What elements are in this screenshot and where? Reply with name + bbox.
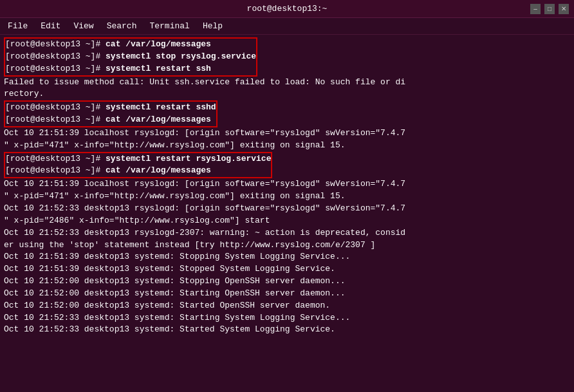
- terminal-line: [root@desktop13 ~]# systemctl stop rsysl…: [5, 51, 256, 63]
- output-line: Oct 10 21:51:39 localhost rsyslogd: [ori…: [4, 127, 570, 140]
- boxed-command-group: [root@desktop13 ~]# cat /var/log/message…: [4, 37, 257, 77]
- boxed-command-group: [root@desktop13 ~]# systemctl restart rs…: [4, 152, 272, 179]
- output-line: Oct 10 21:52:33 desktop13 rsyslogd-2307:…: [4, 227, 570, 239]
- boxed-block: [root@desktop13 ~]# cat /var/log/message…: [4, 37, 570, 77]
- boxed-command-group: [root@desktop13 ~]# systemctl restart ss…: [4, 100, 218, 127]
- command-text: systemctl restart sshd: [106, 102, 216, 114]
- titlebar-controls: – □ ✕: [530, 4, 569, 14]
- terminal-line: [root@desktop13 ~]# systemctl restart ss…: [5, 102, 216, 114]
- titlebar: root@desktop13:~ – □ ✕: [0, 0, 574, 18]
- command-text: systemctl stop rsyslog.service: [106, 51, 256, 63]
- output-line: er using the 'stop' statement instead [t…: [4, 239, 570, 252]
- output-line: Oct 10 21:52:33 desktop13 systemd: Start…: [4, 312, 570, 324]
- terminal-line: [root@desktop13 ~]# systemctl restart ss…: [5, 63, 256, 75]
- prompt-text: [root@desktop13 ~]#: [5, 39, 106, 51]
- prompt-text: [root@desktop13 ~]#: [5, 165, 106, 177]
- menu-item-edit[interactable]: Edit: [35, 20, 66, 32]
- output-line: Oct 10 21:51:39 desktop13 systemd: Stopp…: [4, 263, 570, 275]
- menu-item-search[interactable]: Search: [102, 20, 142, 32]
- output-line: " x-pid="2486" x-info="http://www.rsyslo…: [4, 215, 570, 227]
- output-line: Oct 10 21:52:00 desktop13 systemd: Stopp…: [4, 275, 570, 288]
- menu-item-view[interactable]: View: [68, 20, 98, 32]
- terminal-line: [root@desktop13 ~]# cat /var/log/message…: [5, 39, 256, 51]
- output-line: Oct 10 21:52:00 desktop13 systemd: Start…: [4, 288, 570, 300]
- prompt-text: [root@desktop13 ~]#: [5, 63, 106, 75]
- output-line: " x-pid="471" x-info="http://www.rsyslog…: [4, 191, 570, 203]
- terminal-line: [root@desktop13 ~]# cat /var/log/message…: [5, 165, 271, 177]
- minimize-button[interactable]: –: [530, 4, 541, 14]
- close-button[interactable]: ✕: [559, 4, 569, 14]
- maximize-button[interactable]: □: [544, 4, 555, 14]
- output-line: Oct 10 21:52:00 desktop13 systemd: Start…: [4, 300, 570, 312]
- prompt-text: [root@desktop13 ~]#: [5, 51, 106, 63]
- menubar: FileEditViewSearchTerminalHelp: [0, 18, 574, 35]
- output-line: rectory.: [4, 88, 570, 100]
- prompt-text: [root@desktop13 ~]#: [5, 153, 106, 165]
- output-line: Oct 10 21:51:39 localhost rsyslogd: [ori…: [4, 178, 570, 191]
- output-line: Oct 10 21:52:33 desktop13 systemd: Start…: [4, 324, 570, 336]
- output-line: Oct 10 21:51:39 desktop13 systemd: Stopp…: [4, 251, 570, 263]
- output-line: " x-pid="471" x-info="http://www.rsyslog…: [4, 140, 570, 152]
- terminal-line: [root@desktop13 ~]# systemctl restart rs…: [5, 153, 271, 165]
- boxed-block: [root@desktop13 ~]# systemctl restart ss…: [4, 100, 570, 127]
- menu-item-help[interactable]: Help: [198, 20, 228, 32]
- command-text: systemctl restart ssh: [106, 63, 211, 75]
- command-text: systemctl restart rsyslog.service: [106, 153, 271, 165]
- prompt-text: [root@desktop13 ~]#: [5, 102, 106, 114]
- output-line: Oct 10 21:52:33 desktop13 rsyslogd: [ori…: [4, 203, 570, 215]
- menu-item-file[interactable]: File: [3, 20, 33, 32]
- boxed-block: [root@desktop13 ~]# systemctl restart rs…: [4, 152, 570, 179]
- terminal-line: [root@desktop13 ~]# cat /var/log/message…: [5, 114, 216, 126]
- command-text: cat /var/log/messages: [106, 39, 211, 51]
- command-text: cat /var/log/messages: [106, 114, 211, 126]
- titlebar-title: root@desktop13:~: [44, 4, 530, 14]
- menu-item-terminal[interactable]: Terminal: [144, 20, 194, 32]
- terminal-content: [root@desktop13 ~]# cat /var/log/message…: [0, 35, 574, 392]
- command-text: cat /var/log/messages: [106, 165, 211, 177]
- output-line: Failed to issue method call: Unit ssh.se…: [4, 77, 570, 89]
- prompt-text: [root@desktop13 ~]#: [5, 114, 106, 126]
